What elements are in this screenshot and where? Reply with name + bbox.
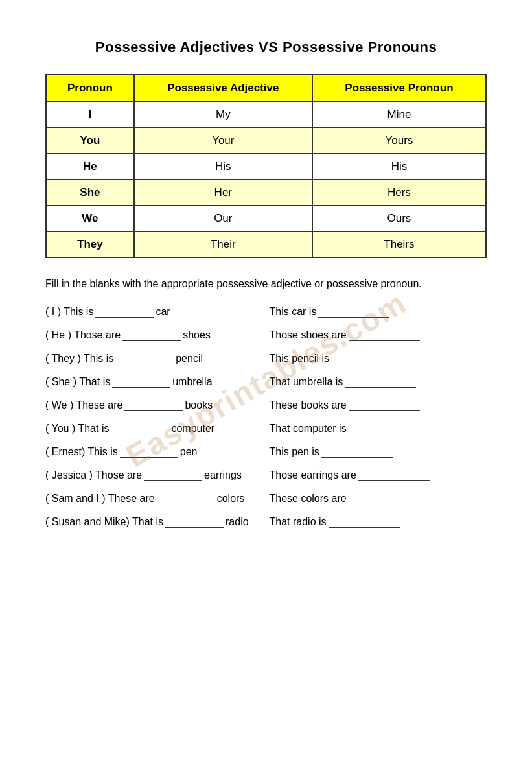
exercise-left-suffix: colors <box>217 493 245 504</box>
table-cell: His <box>134 154 312 180</box>
exercise-right: Those earrings are <box>270 469 487 481</box>
exercise-left: ( They ) This is pencil <box>45 353 263 364</box>
exercise-left: ( Jessica ) Those are earrings <box>45 469 263 481</box>
exercise-blank-adjective[interactable] <box>122 329 181 341</box>
table-cell: I <box>46 102 134 128</box>
exercise-row: ( You ) That is computerThat computer is <box>45 423 487 434</box>
exercise-right-prefix: These books are <box>270 399 347 411</box>
exercise-row: ( Jessica ) Those are earringsThose earr… <box>45 469 487 481</box>
exercise-left: ( You ) That is computer <box>45 423 263 434</box>
exercise-left-suffix: computer <box>171 423 214 434</box>
exercise-right: That umbrella is <box>270 376 487 388</box>
exercise-left: ( She ) That is umbrella <box>45 376 263 388</box>
exercise-left-suffix: pen <box>180 446 198 458</box>
exercise-blank-adjective[interactable] <box>112 376 170 388</box>
exercise-right-prefix: Those shoes are <box>270 329 347 341</box>
table-header: Possessive Adjective <box>134 75 312 102</box>
exercise-left-suffix: earrings <box>204 469 242 481</box>
exercise-left-suffix: car <box>156 306 170 318</box>
table-cell: Yours <box>312 128 486 154</box>
exercise-left-prefix: ( They ) This is <box>45 353 113 364</box>
exercise-left-prefix: ( Jessica ) Those are <box>45 469 142 481</box>
exercise-right: These books are <box>270 399 487 411</box>
exercise-blank-pronoun[interactable] <box>349 329 420 341</box>
exercise-left-prefix: ( He ) Those are <box>45 329 121 341</box>
exercise-blank-adjective[interactable] <box>95 306 154 318</box>
table-cell: Your <box>134 128 312 154</box>
table-cell: They <box>46 231 134 257</box>
exercise-row: ( They ) This is pencilThis pencil is <box>45 353 487 364</box>
table-header: Possessive Pronoun <box>312 75 486 102</box>
exercise-blank-adjective[interactable] <box>124 399 183 411</box>
exercise-blank-pronoun[interactable] <box>329 516 400 528</box>
exercise-row: ( She ) That is umbrellaThat umbrella is <box>45 376 487 388</box>
table-cell: Their <box>134 231 312 257</box>
exercise-blank-adjective[interactable] <box>111 423 169 434</box>
table-cell: He <box>46 154 134 180</box>
exercise-left: ( Susan and Mike) That is radio <box>45 516 263 528</box>
exercise-blank-pronoun[interactable] <box>358 469 430 481</box>
exercise-blank-pronoun[interactable] <box>318 306 389 318</box>
exercise-left: ( He ) Those are shoes <box>45 329 263 341</box>
exercise-right-prefix: These colors are <box>270 493 347 504</box>
exercise-right: This car is <box>270 306 487 318</box>
instructions: Fill in the blanks with the appropriate … <box>45 276 487 292</box>
exercise-left-suffix: umbrella <box>172 376 212 388</box>
exercise-blank-pronoun[interactable] <box>345 376 416 388</box>
exercise-blank-pronoun[interactable] <box>331 353 402 364</box>
exercise-right-prefix: This car is <box>270 306 317 318</box>
exercise-blank-pronoun[interactable] <box>349 399 420 411</box>
exercise-left-suffix: radio <box>226 516 249 528</box>
exercise-right: This pencil is <box>270 353 487 364</box>
exercise-right-prefix: Those earrings are <box>270 469 356 481</box>
table-cell: My <box>134 102 312 128</box>
exercise-left: ( Sam and I ) These are colors <box>45 493 263 504</box>
table-cell: Our <box>134 206 312 231</box>
exercise-row: ( Ernest) This is penThis pen is <box>45 446 487 458</box>
exercise-right-prefix: That computer is <box>270 423 347 434</box>
exercise-left-prefix: ( You ) That is <box>45 423 109 434</box>
exercise-left-prefix: ( She ) That is <box>45 376 110 388</box>
exercise-blank-adjective[interactable] <box>165 516 224 528</box>
exercise-left: ( Ernest) This is pen <box>45 446 263 458</box>
exercise-left: ( We ) These are books <box>45 399 263 411</box>
exercise-left-prefix: ( Susan and Mike) That is <box>45 516 163 528</box>
exercise-left-prefix: ( We ) These are <box>45 399 122 411</box>
table-header: Pronoun <box>46 75 134 102</box>
exercise-row: ( Susan and Mike) That is radioThat radi… <box>45 516 487 528</box>
exercise-right: That computer is <box>270 423 487 434</box>
table-cell: You <box>46 128 134 154</box>
exercise-left: ( I ) This is car <box>45 306 263 318</box>
exercise-blank-adjective[interactable] <box>157 493 215 504</box>
exercise-right-prefix: This pen is <box>270 446 319 458</box>
exercises-container: ( I ) This is carThis car is ( He ) Thos… <box>45 306 487 528</box>
exercise-blank-adjective[interactable] <box>144 469 202 481</box>
page-title: Possessive Adjectives VS Possessive Pron… <box>45 39 487 56</box>
exercise-right: These colors are <box>270 493 487 504</box>
exercise-right-prefix: That radio is <box>270 516 327 528</box>
table-cell: Ours <box>312 206 486 231</box>
table-cell: Theirs <box>312 231 486 257</box>
exercise-left-prefix: ( Sam and I ) These are <box>45 493 155 504</box>
table-cell: She <box>46 180 134 206</box>
table-cell: Her <box>134 180 312 206</box>
exercise-row: ( Sam and I ) These are colorsThese colo… <box>45 493 487 504</box>
exercise-right-prefix: This pencil is <box>270 353 329 364</box>
exercise-row: ( He ) Those are shoesThose shoes are <box>45 329 487 341</box>
exercise-blank-adjective[interactable] <box>115 353 174 364</box>
exercise-right-prefix: That umbrella is <box>270 376 343 388</box>
table-cell: Hers <box>312 180 486 206</box>
exercise-blank-pronoun[interactable] <box>349 423 420 434</box>
exercise-blank-pronoun[interactable] <box>349 493 420 504</box>
exercise-row: ( We ) These are booksThese books are <box>45 399 487 411</box>
exercise-blank-adjective[interactable] <box>120 446 178 458</box>
exercise-row: ( I ) This is carThis car is <box>45 306 487 318</box>
exercise-left-prefix: ( Ernest) This is <box>45 446 118 458</box>
exercise-right: That radio is <box>270 516 487 528</box>
exercise-left-suffix: shoes <box>183 329 211 341</box>
exercise-left-suffix: books <box>185 399 213 411</box>
exercise-right: Those shoes are <box>270 329 487 341</box>
exercise-left-prefix: ( I ) This is <box>45 306 93 318</box>
exercise-blank-pronoun[interactable] <box>321 446 393 458</box>
grammar-table: PronounPossessive AdjectivePossessive Pr… <box>45 74 487 258</box>
